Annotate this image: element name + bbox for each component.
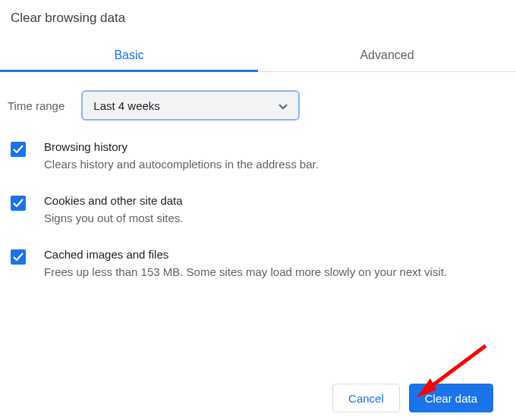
time-range-value: Last 4 weeks: [93, 99, 160, 112]
tabs: Basic Advanced: [0, 39, 516, 72]
tab-advanced[interactable]: Advanced: [258, 39, 516, 71]
option-text: Browsing history Clears history and auto…: [44, 140, 501, 173]
checkbox-browsing-history[interactable]: [11, 142, 26, 157]
chevron-down-icon: [278, 99, 288, 112]
clear-data-button[interactable]: Clear data: [409, 384, 493, 412]
option-title: Cookies and other site data: [44, 194, 501, 207]
option-text: Cookies and other site data Signs you ou…: [44, 194, 501, 227]
option-cached: Cached images and files Frees up less th…: [0, 237, 516, 291]
option-desc: Frees up less than 153 MB. Some sites ma…: [44, 264, 501, 281]
time-range-row: Time range Last 4 weeks: [0, 72, 516, 130]
option-desc: Clears history and autocompletions in th…: [44, 156, 501, 173]
check-icon: [13, 252, 24, 262]
option-text: Cached images and files Frees up less th…: [44, 248, 501, 281]
checkbox-cached[interactable]: [11, 249, 26, 265]
checkbox-cookies[interactable]: [11, 196, 26, 211]
svg-line-0: [429, 346, 486, 388]
cancel-button[interactable]: Cancel: [332, 384, 400, 412]
option-title: Browsing history: [44, 140, 501, 153]
option-cookies: Cookies and other site data Signs you ou…: [0, 183, 516, 237]
tab-basic[interactable]: Basic: [0, 39, 258, 71]
dialog-title: Clear browsing data: [0, 0, 516, 30]
check-icon: [13, 199, 24, 208]
dialog-footer: Cancel Clear data: [332, 384, 493, 412]
time-range-select[interactable]: Last 4 weeks: [81, 90, 300, 121]
check-icon: [13, 145, 24, 154]
time-range-label: Time range: [8, 99, 64, 112]
option-desc: Signs you out of most sites.: [44, 210, 501, 227]
option-browsing-history: Browsing history Clears history and auto…: [0, 130, 516, 183]
option-title: Cached images and files: [44, 248, 501, 261]
